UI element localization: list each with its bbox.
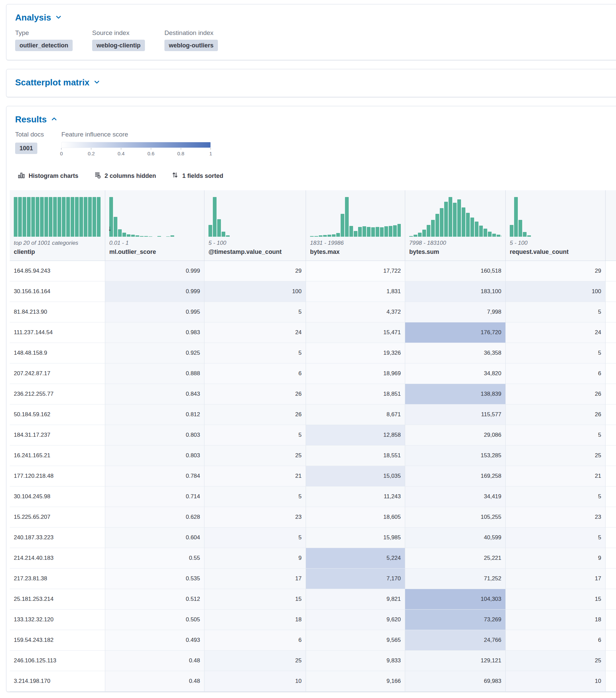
table-cell[interactable]: 40,599 [405, 528, 506, 548]
columns-hidden-button[interactable]: 2 columns hidden [94, 171, 156, 180]
clientip-cell[interactable]: 81.84.213.90 [10, 302, 105, 322]
scatterplot-toggle[interactable]: Scatterplot matrix [15, 76, 616, 88]
table-cell[interactable]: 21 [506, 466, 605, 487]
table-cell[interactable]: 10 [205, 671, 306, 692]
clientip-cell[interactable]: 3.214.198.170 [10, 671, 105, 692]
table-cell[interactable]: 6 [506, 630, 605, 651]
table-cell[interactable]: 9,166 [306, 671, 405, 692]
table-cell[interactable]: 0.803 [105, 446, 205, 466]
table-cell[interactable]: 71,252 [405, 569, 506, 589]
table-cell[interactable]: 9 [506, 548, 605, 569]
clientip-cell[interactable]: 15.225.65.207 [10, 507, 105, 528]
clientip-cell[interactable]: 164.85.94.243 [10, 261, 105, 281]
sort-down-icon[interactable]: ↓ [108, 225, 112, 232]
table-cell[interactable]: 18,605 [306, 507, 405, 528]
table-cell[interactable]: 0.812 [105, 404, 205, 425]
table-cell[interactable]: 17 [506, 569, 605, 589]
table-cell[interactable]: 0.925 [105, 343, 205, 363]
table-cell[interactable]: 18,551 [306, 446, 405, 466]
table-cell[interactable]: 183,100 [405, 281, 506, 302]
table-cell[interactable]: 19,326 [306, 343, 405, 363]
clientip-cell[interactable]: 159.54.243.182 [10, 630, 105, 651]
table-cell[interactable]: 11,243 [306, 487, 405, 507]
table-cell[interactable]: 100 [205, 281, 306, 302]
table-cell[interactable]: 5 [506, 343, 605, 363]
table-cell[interactable]: 10 [506, 671, 605, 692]
table-cell[interactable]: 34,419 [405, 487, 506, 507]
table-cell[interactable]: 26 [205, 404, 306, 425]
table-cell[interactable]: 26 [205, 384, 306, 404]
table-cell[interactable]: 115,577 [405, 404, 506, 425]
clientip-cell[interactable]: 184.31.17.237 [10, 425, 105, 446]
table-cell[interactable]: 5,224 [306, 548, 405, 569]
table-cell[interactable]: 0.55 [105, 548, 205, 569]
table-cell[interactable]: 15 [506, 589, 605, 610]
clientip-cell[interactable]: 30.104.245.98 [10, 487, 105, 507]
table-cell[interactable]: 0.512 [105, 589, 205, 610]
table-cell[interactable]: 25 [205, 651, 306, 671]
table-cell[interactable]: 34,820 [405, 363, 506, 384]
table-cell[interactable]: 25 [205, 446, 306, 466]
table-cell[interactable]: 138,839 [405, 384, 506, 404]
table-cell[interactable]: 29 [205, 261, 306, 281]
clientip-cell[interactable]: 177.120.218.48 [10, 466, 105, 487]
clientip-cell[interactable]: 111.237.144.54 [10, 322, 105, 343]
table-cell[interactable]: 4,372 [306, 302, 405, 322]
table-cell[interactable]: 29,086 [405, 425, 506, 446]
table-cell[interactable]: 15 [205, 589, 306, 610]
table-cell[interactable]: 105,255 [405, 507, 506, 528]
table-cell[interactable]: 129,121 [405, 651, 506, 671]
clientip-cell[interactable]: 246.106.125.113 [10, 651, 105, 671]
table-cell[interactable]: 7,998 [405, 302, 506, 322]
table-cell[interactable]: 0.888 [105, 363, 205, 384]
clientip-cell[interactable]: 16.241.165.21 [10, 446, 105, 466]
table-cell[interactable]: 17,722 [306, 261, 405, 281]
table-cell[interactable]: 25 [506, 446, 605, 466]
table-cell[interactable]: 0.604 [105, 528, 205, 548]
table-cell[interactable]: 25,221 [405, 548, 506, 569]
table-cell[interactable]: 169,258 [405, 466, 506, 487]
table-cell[interactable]: 5 [506, 302, 605, 322]
column-header-request-value-count[interactable]: 5 - 100 request.value_count [506, 190, 605, 261]
table-cell[interactable]: 160,518 [405, 261, 506, 281]
clientip-cell[interactable]: 30.156.16.164 [10, 281, 105, 302]
results-toggle[interactable]: Results [15, 114, 616, 125]
table-cell[interactable]: 0.714 [105, 487, 205, 507]
table-cell[interactable]: 18 [506, 610, 605, 630]
clientip-cell[interactable]: 50.184.59.162 [10, 404, 105, 425]
table-cell[interactable]: 176,720 [405, 322, 506, 343]
table-cell[interactable]: 9,833 [306, 651, 405, 671]
table-cell[interactable]: 26 [506, 404, 605, 425]
table-cell[interactable]: 9,565 [306, 630, 405, 651]
table-cell[interactable]: 0.999 [105, 261, 205, 281]
table-cell[interactable]: 5 [205, 487, 306, 507]
clientip-cell[interactable]: 214.214.40.183 [10, 548, 105, 569]
fields-sorted-button[interactable]: 1 fields sorted [171, 171, 223, 180]
table-cell[interactable]: 15,985 [306, 528, 405, 548]
table-cell[interactable]: 18,851 [306, 384, 405, 404]
table-cell[interactable]: 6 [205, 630, 306, 651]
table-cell[interactable]: 0.493 [105, 630, 205, 651]
table-cell[interactable]: 5 [506, 487, 605, 507]
table-cell[interactable]: 9,620 [306, 610, 405, 630]
table-cell[interactable]: 0.505 [105, 610, 205, 630]
table-cell[interactable]: 21 [205, 466, 306, 487]
table-cell[interactable]: 1,831 [306, 281, 405, 302]
table-cell[interactable]: 104,303 [405, 589, 506, 610]
column-header-outlier-score[interactable]: ↓ 0.01 - 1 ml.outlier_score [105, 190, 205, 261]
table-cell[interactable]: 5 [205, 343, 306, 363]
table-cell[interactable]: 5 [205, 302, 306, 322]
table-cell[interactable]: 0.535 [105, 569, 205, 589]
table-cell[interactable]: 6 [205, 363, 306, 384]
table-cell[interactable]: 5 [205, 528, 306, 548]
table-cell[interactable]: 8,671 [306, 404, 405, 425]
clientip-cell[interactable]: 148.48.158.9 [10, 343, 105, 363]
table-cell[interactable]: 100 [506, 281, 605, 302]
clientip-cell[interactable]: 217.23.81.38 [10, 569, 105, 589]
table-cell[interactable]: 0.784 [105, 466, 205, 487]
table-cell[interactable]: 73,269 [405, 610, 506, 630]
table-cell[interactable]: 9,821 [306, 589, 405, 610]
table-cell[interactable]: 0.995 [105, 302, 205, 322]
clientip-cell[interactable]: 25.181.253.214 [10, 589, 105, 610]
table-cell[interactable]: 24 [205, 322, 306, 343]
